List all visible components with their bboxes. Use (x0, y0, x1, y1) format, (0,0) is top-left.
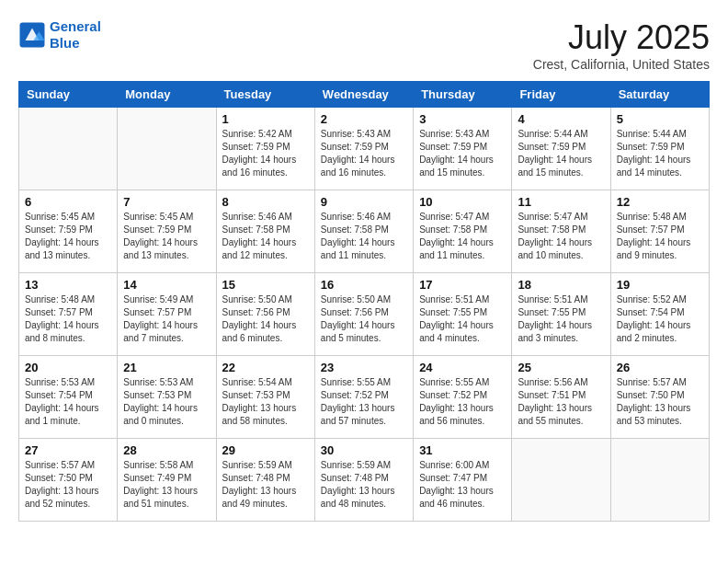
day-info: Sunrise: 5:53 AM Sunset: 7:54 PM Dayligh… (25, 376, 111, 428)
calendar-cell: 24Sunrise: 5:55 AM Sunset: 7:52 PM Dayli… (414, 356, 512, 439)
calendar-cell (610, 439, 709, 522)
calendar-cell: 25Sunrise: 5:56 AM Sunset: 7:51 PM Dayli… (512, 356, 610, 439)
day-number: 11 (518, 195, 604, 209)
calendar-week-5: 27Sunrise: 5:57 AM Sunset: 7:50 PM Dayli… (19, 439, 710, 522)
day-number: 23 (321, 361, 407, 374)
calendar-cell: 27Sunrise: 5:57 AM Sunset: 7:50 PM Dayli… (19, 439, 118, 522)
day-number: 28 (123, 443, 210, 457)
calendar-cell: 6Sunrise: 5:45 AM Sunset: 7:59 PM Daylig… (19, 190, 118, 273)
day-number: 22 (222, 361, 309, 374)
day-info: Sunrise: 5:50 AM Sunset: 7:56 PM Dayligh… (321, 293, 407, 345)
calendar-cell: 28Sunrise: 5:58 AM Sunset: 7:49 PM Dayli… (118, 439, 216, 522)
day-number: 10 (419, 195, 506, 209)
calendar-cell: 21Sunrise: 5:53 AM Sunset: 7:53 PM Dayli… (118, 356, 216, 439)
day-info: Sunrise: 5:49 AM Sunset: 7:57 PM Dayligh… (123, 293, 210, 345)
weekday-header-tuesday: Tuesday (216, 82, 314, 108)
calendar-cell: 23Sunrise: 5:55 AM Sunset: 7:52 PM Dayli… (314, 356, 413, 439)
day-number: 16 (321, 278, 407, 292)
day-info: Sunrise: 5:45 AM Sunset: 7:59 PM Dayligh… (123, 211, 210, 262)
calendar-cell: 16Sunrise: 5:50 AM Sunset: 7:56 PM Dayli… (314, 273, 413, 356)
day-info: Sunrise: 5:44 AM Sunset: 7:59 PM Dayligh… (518, 128, 604, 179)
calendar-cell: 30Sunrise: 5:59 AM Sunset: 7:48 PM Dayli… (314, 439, 413, 522)
day-number: 13 (25, 278, 111, 292)
calendar-cell: 11Sunrise: 5:47 AM Sunset: 7:58 PM Dayli… (512, 190, 610, 273)
calendar-cell: 9Sunrise: 5:46 AM Sunset: 7:58 PM Daylig… (314, 190, 413, 273)
day-number: 25 (518, 361, 604, 374)
day-info: Sunrise: 5:52 AM Sunset: 7:54 PM Dayligh… (617, 293, 703, 345)
calendar-cell: 3Sunrise: 5:43 AM Sunset: 7:59 PM Daylig… (414, 108, 512, 190)
day-number: 5 (617, 112, 703, 126)
day-number: 21 (123, 361, 210, 374)
calendar-cell: 22Sunrise: 5:54 AM Sunset: 7:53 PM Dayli… (216, 356, 314, 439)
calendar-cell: 31Sunrise: 6:00 AM Sunset: 7:47 PM Dayli… (414, 439, 512, 522)
day-info: Sunrise: 5:55 AM Sunset: 7:52 PM Dayligh… (321, 376, 407, 428)
day-info: Sunrise: 5:44 AM Sunset: 7:59 PM Dayligh… (617, 128, 703, 179)
day-number: 17 (419, 278, 506, 292)
day-number: 4 (518, 112, 604, 126)
day-info: Sunrise: 5:51 AM Sunset: 7:55 PM Dayligh… (518, 293, 604, 345)
logo-icon (18, 21, 46, 49)
logo-text-line1: General (50, 18, 101, 35)
calendar-cell: 5Sunrise: 5:44 AM Sunset: 7:59 PM Daylig… (610, 108, 709, 190)
day-number: 7 (123, 195, 210, 209)
day-number: 8 (222, 195, 309, 209)
day-info: Sunrise: 5:47 AM Sunset: 7:58 PM Dayligh… (518, 211, 604, 262)
calendar-week-1: 1Sunrise: 5:42 AM Sunset: 7:59 PM Daylig… (19, 108, 710, 190)
location-text: Crest, California, United States (533, 57, 710, 72)
title-block: July 2025 Crest, California, United Stat… (533, 18, 710, 72)
day-number: 29 (222, 443, 309, 457)
day-number: 3 (419, 112, 506, 126)
calendar-cell: 1Sunrise: 5:42 AM Sunset: 7:59 PM Daylig… (216, 108, 314, 190)
day-info: Sunrise: 5:59 AM Sunset: 7:48 PM Dayligh… (321, 459, 407, 511)
calendar-cell: 8Sunrise: 5:46 AM Sunset: 7:58 PM Daylig… (216, 190, 314, 273)
calendar-cell: 18Sunrise: 5:51 AM Sunset: 7:55 PM Dayli… (512, 273, 610, 356)
day-info: Sunrise: 5:50 AM Sunset: 7:56 PM Dayligh… (222, 293, 309, 345)
calendar-table: SundayMondayTuesdayWednesdayThursdayFrid… (18, 81, 710, 522)
calendar-cell: 2Sunrise: 5:43 AM Sunset: 7:59 PM Daylig… (314, 108, 413, 190)
calendar-week-2: 6Sunrise: 5:45 AM Sunset: 7:59 PM Daylig… (19, 190, 710, 273)
day-number: 2 (321, 112, 407, 126)
calendar-cell: 26Sunrise: 5:57 AM Sunset: 7:50 PM Dayli… (610, 356, 709, 439)
day-number: 31 (419, 443, 506, 457)
page-header: General Blue July 2025 Crest, California… (18, 18, 710, 72)
weekday-header-wednesday: Wednesday (314, 82, 413, 108)
calendar-cell: 10Sunrise: 5:47 AM Sunset: 7:58 PM Dayli… (414, 190, 512, 273)
day-info: Sunrise: 5:57 AM Sunset: 7:50 PM Dayligh… (25, 459, 111, 511)
calendar-cell (118, 108, 216, 190)
day-info: Sunrise: 5:55 AM Sunset: 7:52 PM Dayligh… (419, 376, 506, 428)
weekday-header-sunday: Sunday (19, 82, 118, 108)
day-info: Sunrise: 5:46 AM Sunset: 7:58 PM Dayligh… (222, 211, 309, 262)
day-info: Sunrise: 5:59 AM Sunset: 7:48 PM Dayligh… (222, 459, 309, 511)
day-number: 19 (617, 278, 703, 292)
calendar-cell: 4Sunrise: 5:44 AM Sunset: 7:59 PM Daylig… (512, 108, 610, 190)
calendar-cell: 19Sunrise: 5:52 AM Sunset: 7:54 PM Dayli… (610, 273, 709, 356)
day-info: Sunrise: 5:57 AM Sunset: 7:50 PM Dayligh… (617, 376, 703, 428)
day-number: 20 (25, 361, 111, 374)
month-title: July 2025 (533, 18, 710, 57)
day-info: Sunrise: 5:53 AM Sunset: 7:53 PM Dayligh… (123, 376, 210, 428)
day-info: Sunrise: 5:54 AM Sunset: 7:53 PM Dayligh… (222, 376, 309, 428)
day-info: Sunrise: 6:00 AM Sunset: 7:47 PM Dayligh… (419, 459, 506, 511)
calendar-cell: 20Sunrise: 5:53 AM Sunset: 7:54 PM Dayli… (19, 356, 118, 439)
day-info: Sunrise: 5:46 AM Sunset: 7:58 PM Dayligh… (321, 211, 407, 262)
day-info: Sunrise: 5:43 AM Sunset: 7:59 PM Dayligh… (419, 128, 506, 179)
day-number: 18 (518, 278, 604, 292)
calendar-cell: 15Sunrise: 5:50 AM Sunset: 7:56 PM Dayli… (216, 273, 314, 356)
day-number: 9 (321, 195, 407, 209)
day-number: 27 (25, 443, 111, 457)
calendar-header-row: SundayMondayTuesdayWednesdayThursdayFrid… (19, 82, 710, 108)
calendar-cell: 13Sunrise: 5:48 AM Sunset: 7:57 PM Dayli… (19, 273, 118, 356)
calendar-cell: 14Sunrise: 5:49 AM Sunset: 7:57 PM Dayli… (118, 273, 216, 356)
day-info: Sunrise: 5:43 AM Sunset: 7:59 PM Dayligh… (321, 128, 407, 179)
day-number: 14 (123, 278, 210, 292)
day-info: Sunrise: 5:48 AM Sunset: 7:57 PM Dayligh… (25, 293, 111, 345)
day-number: 24 (419, 361, 506, 374)
day-info: Sunrise: 5:48 AM Sunset: 7:57 PM Dayligh… (617, 211, 703, 262)
day-info: Sunrise: 5:45 AM Sunset: 7:59 PM Dayligh… (25, 211, 111, 262)
day-number: 6 (25, 195, 111, 209)
weekday-header-saturday: Saturday (610, 82, 709, 108)
calendar-week-3: 13Sunrise: 5:48 AM Sunset: 7:57 PM Dayli… (19, 273, 710, 356)
weekday-header-thursday: Thursday (414, 82, 512, 108)
logo: General Blue (18, 18, 101, 52)
day-info: Sunrise: 5:56 AM Sunset: 7:51 PM Dayligh… (518, 376, 604, 428)
